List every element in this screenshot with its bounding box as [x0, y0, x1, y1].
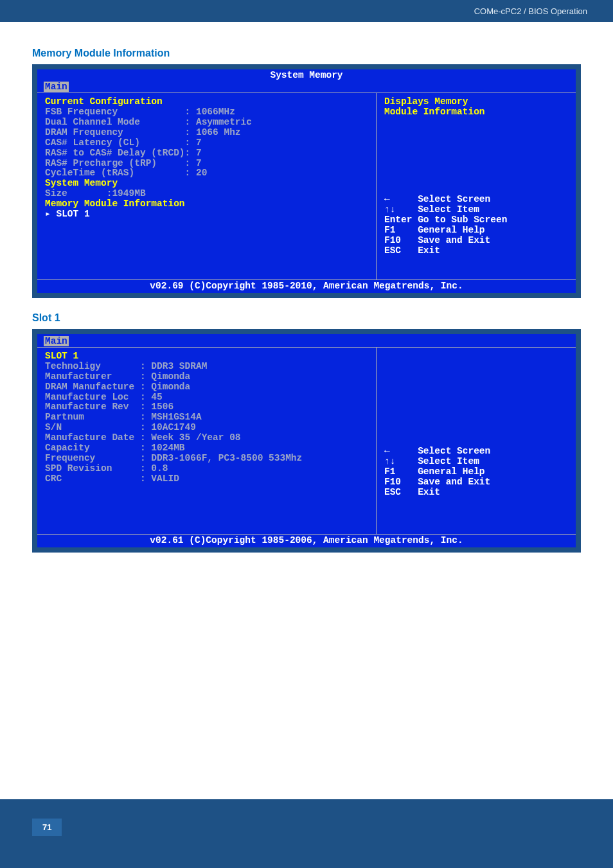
section-title-memory: Memory Module Information: [32, 48, 581, 59]
bios-footer: v02.61 (C)Copyright 1985-2006, American …: [37, 534, 576, 547]
bios-right-panel: Displays Memory Module Information ← Sel…: [377, 93, 576, 279]
bios-left-panel: Current Configuration FSB Frequency : 10…: [37, 93, 377, 279]
key-legend: ← Select Screen ↑↓ Select Item F1 Genera…: [384, 447, 568, 498]
document-header: COMe-cPC2 / BIOS Operation: [0, 0, 613, 22]
bios-tab-bar: Main: [37, 82, 576, 93]
breadcrumb: COMe-cPC2 / BIOS Operation: [474, 6, 587, 16]
help-text-top: Displays Memory Module Information: [384, 97, 568, 118]
bios-left-panel: SLOT 1 Technoligy : DDR3 SDRAM Manufactu…: [37, 348, 377, 534]
page-number: 71: [32, 819, 62, 836]
bios-body: Current Configuration FSB Frequency : 10…: [37, 93, 576, 279]
document-footer: 71: [0, 799, 613, 868]
bios-screen-slot1: Main SLOT 1 Technoligy : DDR3 SDRAM Manu…: [32, 329, 581, 553]
bios-right-panel: ← Select Screen ↑↓ Select Item F1 Genera…: [377, 348, 576, 534]
section-title-slot1: Slot 1: [32, 312, 581, 324]
bios-body: SLOT 1 Technoligy : DDR3 SDRAM Manufactu…: [37, 347, 576, 534]
bios-tab-bar: Main: [37, 334, 576, 347]
tab-main[interactable]: Main: [44, 82, 69, 92]
bios-screen-system-memory: System Memory Main Current Configuration…: [32, 64, 581, 298]
tab-main[interactable]: Main: [44, 336, 69, 346]
page-content: Memory Module Information System Memory …: [0, 22, 613, 799]
key-legend: ← Select Screen ↑↓ Select Item Enter Go …: [384, 195, 568, 256]
bios-footer: v02.69 (C)Copyright 1985-2010, American …: [37, 279, 576, 293]
bios-title: System Memory: [37, 69, 576, 82]
